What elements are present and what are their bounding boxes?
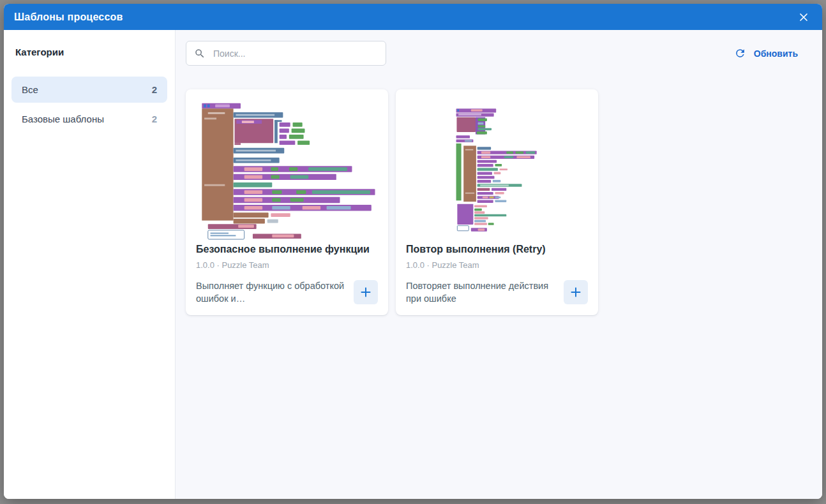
close-button[interactable] (795, 9, 812, 26)
templates-content: Обновить (176, 30, 822, 499)
modal-header: Шаблоны процессов (4, 4, 822, 30)
template-description: Повторяет выполнение действия при ошибке (406, 279, 556, 305)
card-footer: Выполняет функцию с обработкой ошибок и… (196, 279, 378, 305)
categories-sidebar: Категории Все 2 Базовые шаблоны 2 (4, 30, 176, 499)
refresh-label: Обновить (754, 48, 798, 59)
template-title: Безопасное выполнение функции (196, 244, 378, 255)
template-thumbnail (406, 98, 588, 241)
sidebar-item-basic-templates[interactable]: Базовые шаблоны 2 (11, 106, 167, 132)
template-cards: Безопасное выполнение функции 1.0.0 · Pu… (186, 89, 802, 315)
toolbar: Обновить (186, 41, 802, 66)
template-description: Выполняет функцию с обработкой ошибок и… (196, 279, 346, 305)
modal-body: Категории Все 2 Базовые шаблоны 2 (4, 30, 822, 499)
close-icon (798, 11, 809, 23)
template-card-safe-execution[interactable]: Безопасное выполнение функции 1.0.0 · Pu… (186, 89, 388, 315)
search-icon (194, 48, 206, 59)
blockly-thumbnail-icon (197, 100, 378, 240)
category-label: Все (22, 84, 38, 95)
template-meta: 1.0.0 · Puzzle Team (406, 260, 588, 270)
modal-title: Шаблоны процессов (14, 11, 123, 23)
blockly-thumbnail-icon (454, 107, 541, 233)
template-thumbnail (196, 98, 378, 241)
category-count: 2 (152, 84, 157, 95)
add-template-button[interactable] (354, 280, 378, 304)
sidebar-item-all[interactable]: Все 2 (11, 77, 167, 103)
category-count: 2 (152, 114, 157, 124)
sidebar-heading: Категории (15, 47, 163, 57)
plus-icon (359, 286, 372, 299)
add-template-button[interactable] (564, 280, 588, 304)
template-meta: 1.0.0 · Puzzle Team (196, 260, 378, 270)
refresh-button[interactable]: Обновить (730, 47, 802, 60)
card-footer: Повторяет выполнение действия при ошибке (406, 279, 588, 305)
process-templates-modal: Шаблоны процессов Категории Все 2 Базовы… (4, 4, 822, 499)
screen: { "modal": { "title": "Шаблоны процессов… (0, 0, 826, 504)
template-title: Повтор выполнения (Retry) (406, 244, 588, 255)
search-input[interactable] (212, 48, 378, 59)
refresh-icon (734, 47, 746, 59)
search-box[interactable] (186, 41, 386, 66)
template-card-retry[interactable]: Повтор выполнения (Retry) 1.0.0 · Puzzle… (396, 89, 598, 315)
plus-icon (569, 286, 582, 299)
category-label: Базовые шаблоны (22, 114, 104, 124)
